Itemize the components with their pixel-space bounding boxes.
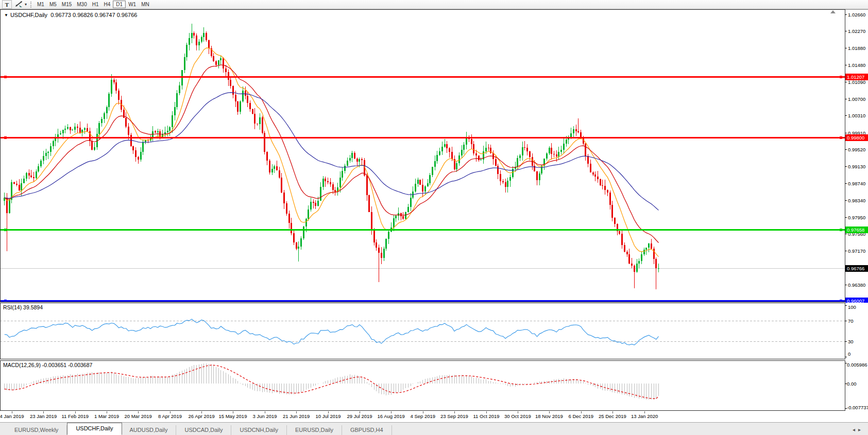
candle xyxy=(72,130,73,130)
price-tick-label: 1.02660 xyxy=(848,12,865,18)
candle xyxy=(38,166,39,171)
candle xyxy=(108,94,110,107)
candle xyxy=(310,202,312,210)
collapse-icon[interactable]: ▼ xyxy=(4,13,8,18)
candle xyxy=(252,109,253,114)
candle xyxy=(434,161,436,166)
timeframe-button-h4[interactable]: H4 xyxy=(101,1,113,8)
candle xyxy=(186,45,188,57)
chevron-down-icon[interactable]: ▾ xyxy=(25,1,27,8)
candle xyxy=(288,214,290,222)
candle xyxy=(563,144,565,150)
candle xyxy=(560,150,562,152)
candle xyxy=(140,152,142,160)
timeframe-button-d1[interactable]: D1 xyxy=(113,1,126,8)
resistance-line-0.99800[interactable] xyxy=(0,137,845,138)
timeframe-button-m5[interactable]: M5 xyxy=(47,1,59,8)
macd-tick-label: -0.007737 xyxy=(847,405,868,410)
macd-tick-label: 0.00 xyxy=(847,381,857,387)
resistance-line-1.01207[interactable] xyxy=(0,76,845,78)
timeframe-button-h1[interactable]: H1 xyxy=(90,1,101,8)
line-handle-left[interactable] xyxy=(4,229,7,231)
tab-scroll-arrows[interactable]: ◂▸ xyxy=(853,427,864,432)
candle xyxy=(300,238,302,247)
candle xyxy=(135,150,137,156)
candle xyxy=(415,184,416,191)
candle xyxy=(74,127,76,130)
candle xyxy=(298,247,299,249)
candle xyxy=(429,175,431,183)
line-handle-left[interactable] xyxy=(4,136,7,139)
date-label: 23 Sep 2019 xyxy=(440,413,468,419)
tab-scroll-left-icon[interactable]: ◂ xyxy=(853,427,858,432)
candle xyxy=(286,203,287,214)
price-pane[interactable]: 1.026601.022701.018801.014801.010901.007… xyxy=(0,9,868,303)
candle xyxy=(619,231,620,234)
candle xyxy=(585,144,586,156)
toolbar-grip[interactable] xyxy=(30,2,31,8)
candle xyxy=(587,156,589,164)
candle xyxy=(193,33,195,36)
candle xyxy=(26,173,27,179)
line-handle-right[interactable] xyxy=(840,136,842,139)
candle xyxy=(648,243,650,248)
candle xyxy=(208,40,210,48)
candle xyxy=(266,152,268,161)
candle xyxy=(573,129,574,133)
candle xyxy=(232,86,234,95)
date-axis[interactable]: 4 Jan 201923 Jan 201911 Feb 20191 Mar 20… xyxy=(0,411,868,422)
timeframe-button-m30[interactable]: M30 xyxy=(74,1,89,8)
line-handle-right[interactable] xyxy=(840,76,842,78)
line-handle-left[interactable] xyxy=(4,76,7,78)
candle xyxy=(172,115,173,127)
candle xyxy=(422,185,423,192)
price-tick-label: 0.98340 xyxy=(848,198,865,203)
macd-pane[interactable]: 0.0059860.00-0.007737 xyxy=(0,360,868,411)
candle xyxy=(245,91,246,96)
candle xyxy=(631,264,633,266)
candle xyxy=(313,202,314,203)
candle xyxy=(546,153,548,159)
axis-scroll-marker[interactable] xyxy=(830,10,836,13)
price-tick-label: 1.00310 xyxy=(848,113,865,118)
candle xyxy=(507,181,508,187)
rsi-pane[interactable]: 10070300 xyxy=(0,303,868,360)
timeframe-button-mn[interactable]: MN xyxy=(139,1,152,8)
candle xyxy=(624,245,625,252)
axis-level-label-text: 1.01207 xyxy=(847,74,864,80)
candle xyxy=(643,250,645,255)
candle xyxy=(167,131,168,132)
chart-tab-audusd-daily[interactable]: AUDUSD,Daily xyxy=(122,425,177,435)
timeframe-button-m1[interactable]: M1 xyxy=(35,1,47,8)
ohlc-low: 0.96747 xyxy=(95,12,115,18)
timeframe-button-w1[interactable]: W1 xyxy=(126,1,139,8)
chart-tab-usdcnh-daily[interactable]: USDCNH,Daily xyxy=(231,425,287,435)
support-line-0.97658[interactable] xyxy=(0,229,845,231)
candle xyxy=(395,216,397,218)
text-label-tool-button[interactable]: T xyxy=(2,0,12,9)
chart-tab-eurusd-weekly[interactable]: EURUSD,Weekly xyxy=(6,425,67,435)
candle xyxy=(181,70,183,85)
chart-tabbar: EURUSD,WeeklyUSDCHF,DailyAUDUSD,DailyUSD… xyxy=(0,422,868,435)
candle xyxy=(558,152,559,156)
candle xyxy=(40,161,42,166)
candle xyxy=(488,148,489,148)
candle xyxy=(293,233,295,242)
chart-tab-gbpusd-h4[interactable]: GBPUSD,H4 xyxy=(342,425,392,435)
candle xyxy=(509,177,511,181)
candle xyxy=(449,148,450,152)
line-handle-right[interactable] xyxy=(840,229,842,231)
candle xyxy=(410,198,412,207)
candle xyxy=(259,117,261,124)
arrows-tool-icon[interactable] xyxy=(14,1,24,8)
chart-tab-usdcad-daily[interactable]: USDCAD,Daily xyxy=(176,425,231,435)
candle xyxy=(446,144,448,148)
candle xyxy=(402,216,404,219)
tab-scroll-right-icon[interactable]: ▸ xyxy=(858,427,864,432)
timeframe-button-m15[interactable]: M15 xyxy=(59,1,74,8)
candle xyxy=(223,58,224,69)
chart-tab-eurusd-daily[interactable]: EURUSD,Daily xyxy=(287,425,342,435)
candle xyxy=(237,101,239,112)
chart-tab-usdchf-daily[interactable]: USDCHF,Daily xyxy=(67,423,122,435)
candle xyxy=(279,170,280,178)
